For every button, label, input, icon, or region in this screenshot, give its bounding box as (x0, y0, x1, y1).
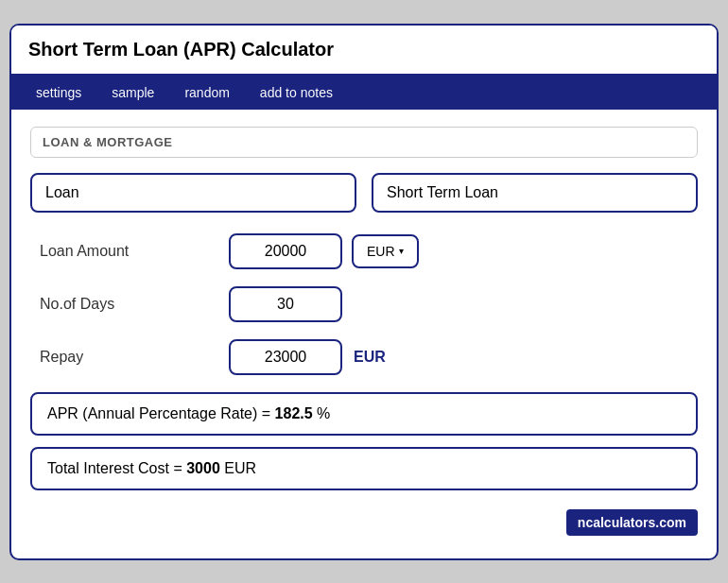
calc-type-input-1[interactable] (30, 173, 356, 213)
loan-amount-row: Loan Amount EUR ▾ (40, 233, 688, 269)
loan-amount-input[interactable] (229, 233, 342, 269)
tab-bar: settings sample random add to notes (11, 76, 717, 110)
apr-unit: % (317, 405, 330, 421)
section-header: LOAN & MORTGAGE (30, 127, 698, 158)
apr-result-box: APR (Annual Percentage Rate) = 182.5 % (30, 392, 698, 436)
repay-row: Repay EUR (40, 339, 688, 375)
no-of-days-row: No.of Days (40, 286, 688, 322)
page-title: Short Term Loan (APR) Calculator (28, 39, 700, 60)
brand-footer: ncalculators.com (30, 502, 698, 540)
no-of-days-input[interactable] (229, 286, 342, 322)
total-interest-label: Total Interest Cost (47, 460, 169, 476)
content-area: LOAN & MORTGAGE Loan Amount EUR ▾ No.of … (11, 110, 717, 558)
tab-random[interactable]: random (169, 76, 244, 110)
repay-input[interactable] (229, 339, 342, 375)
tab-settings[interactable]: settings (21, 76, 96, 110)
calc-type-row (30, 173, 698, 213)
tab-add-to-notes[interactable]: add to notes (245, 76, 348, 110)
total-interest-equals: = (173, 460, 186, 476)
chevron-down-icon: ▾ (399, 246, 404, 256)
no-of-days-label: No.of Days (40, 296, 229, 313)
currency-label: EUR (367, 244, 395, 259)
total-interest-value: 3000 (186, 460, 220, 476)
repay-label: Repay (40, 349, 229, 366)
total-interest-unit: EUR (224, 460, 256, 476)
brand-badge: ncalculators.com (566, 509, 698, 536)
currency-dropdown-button[interactable]: EUR ▾ (352, 234, 419, 268)
fields-area: Loan Amount EUR ▾ No.of Days Repay EUR (30, 233, 698, 375)
repay-currency-label: EUR (354, 349, 386, 366)
total-interest-result-box: Total Interest Cost = 3000 EUR (30, 447, 698, 490)
apr-result-value: 182.5 (275, 405, 313, 421)
tab-sample[interactable]: sample (96, 76, 169, 110)
apr-equals: = (262, 405, 275, 421)
title-bar: Short Term Loan (APR) Calculator (11, 26, 717, 76)
apr-result-label: APR (Annual Percentage Rate) (47, 405, 257, 421)
calculator-container: Short Term Loan (APR) Calculator setting… (9, 24, 719, 560)
loan-amount-label: Loan Amount (40, 243, 229, 260)
calc-type-input-2[interactable] (372, 173, 698, 213)
